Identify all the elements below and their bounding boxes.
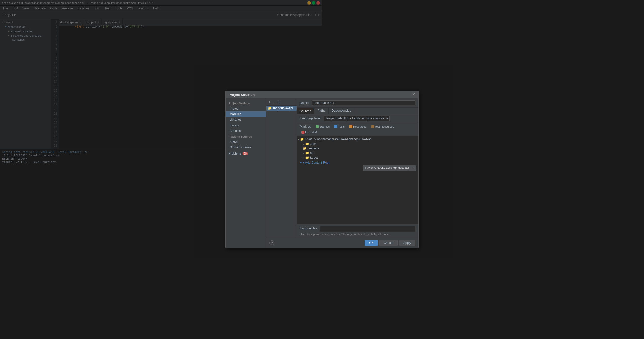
platform-settings-section: Platform Settings (226, 134, 266, 139)
src-arrow-icon: ▸ (303, 152, 304, 155)
mark-sources-label: Sources (319, 125, 322, 128)
src-label: src (310, 151, 314, 155)
root-folder-icon: 📁 (300, 137, 304, 141)
modal-body: Project Settings Project Modules Librari… (226, 98, 322, 170)
target-folder-icon: 📁 (305, 156, 309, 159)
mark-as-row: Mark as: Sources Tests Res (297, 123, 322, 136)
idea-label: .idea (310, 142, 317, 146)
nav-item-modules[interactable]: Modules (226, 111, 266, 117)
add-content-root-container: + + Add Content Root F:\work\...\tuoke-a… (297, 160, 322, 165)
idea-arrow-icon: ▸ (303, 143, 304, 145)
modal-right-content: + − ⊕ 📁 shop-tuoke-api (266, 98, 322, 170)
add-content-root-label: + Add Content Root (303, 161, 322, 164)
nav-item-problems[interactable]: Problems 89 (226, 150, 266, 156)
mark-excluded-button[interactable]: Excluded (300, 130, 318, 134)
file-tree-settings[interactable]: 📁 .settings (297, 146, 322, 151)
mark-as-label: Mark as: (300, 125, 312, 128)
module-name-input[interactable] (312, 100, 322, 105)
src-folder-icon: 📁 (305, 151, 309, 155)
root-arrow-icon: ▾ (298, 138, 299, 141)
problems-count-badge: 89 (243, 152, 248, 155)
file-tree-area[interactable]: ▾ 📁 F:\work\jiangnanfengran\tuoke-api\sh… (297, 136, 322, 170)
name-field-label: Name: (300, 101, 310, 105)
modal-title: Project Structure (229, 93, 255, 97)
add-content-root-button[interactable]: + + Add Content Root (297, 160, 322, 165)
modal-nav: Project Settings Project Modules Librari… (226, 98, 266, 170)
project-settings-section: Project Settings (226, 100, 266, 106)
module-detail-pane: Name: Sources Paths De (297, 98, 322, 170)
mark-sources-button[interactable]: Sources (314, 125, 322, 129)
excluded-color-icon (301, 131, 304, 134)
nav-item-libraries[interactable]: Libraries (226, 117, 266, 122)
language-level-label: Language level: (300, 117, 321, 120)
module-list-pane: + − ⊕ 📁 shop-tuoke-api (266, 98, 297, 170)
modal-header: Project Structure ✕ (226, 91, 322, 98)
target-arrow-icon: ▸ (303, 156, 304, 159)
modal-overlay: Project Structure ✕ Project Settings Pro… (0, 0, 322, 170)
name-row: Name: (297, 98, 322, 108)
tab-sources[interactable]: Sources (297, 108, 314, 114)
nav-item-global-libraries[interactable]: Global Libraries (226, 145, 266, 150)
settings-label: .settings (308, 147, 319, 150)
file-tree-root[interactable]: ▾ 📁 F:\work\jiangnanfengran\tuoke-api\sh… (297, 137, 322, 142)
file-tree-target[interactable]: ▸ 📁 target (297, 155, 322, 160)
file-tree-idea[interactable]: ▸ 📁 .idea (297, 142, 322, 146)
target-label: target (310, 156, 318, 159)
copy-module-button[interactable]: ⊕ (276, 99, 282, 104)
add-icon: + (300, 161, 302, 164)
tab-paths[interactable]: Paths (314, 108, 322, 114)
root-folder-path: F:\work\jiangnanfengran\tuoke-api\shop-t… (305, 137, 322, 141)
remove-module-button[interactable]: − (272, 99, 276, 104)
module-tabs: Sources Paths Dependencies (297, 108, 322, 114)
module-name: shop-tuoke-api (273, 106, 293, 110)
language-level-row: Language level: Project default (8 - Lam… (297, 114, 322, 123)
nav-item-project[interactable]: Project (226, 106, 266, 111)
sources-color-icon (316, 125, 319, 128)
tab-sources-label: Sources (300, 109, 311, 113)
nav-item-sdks[interactable]: SDKs (226, 139, 266, 145)
module-list: 📁 shop-tuoke-api (266, 106, 297, 111)
file-tree-src[interactable]: ▸ 📁 src (297, 151, 322, 155)
module-nav-toolbar: + − ⊕ (266, 98, 297, 106)
project-structure-dialog: Project Structure ✕ Project Settings Pro… (225, 91, 322, 170)
module-item-shop-tuoke-api[interactable]: 📁 shop-tuoke-api (266, 106, 297, 111)
settings-folder-icon: 📁 (303, 147, 307, 150)
add-module-button[interactable]: + (267, 99, 271, 104)
module-folder-icon: 📁 (268, 106, 272, 110)
idea-folder-icon: 📁 (305, 142, 309, 146)
nav-item-facets[interactable]: Facets (226, 122, 266, 128)
nav-item-artifacts[interactable]: Artifacts (226, 128, 266, 134)
problems-label: Problems (229, 152, 242, 155)
split-pane: + − ⊕ 📁 shop-tuoke-api (266, 98, 322, 170)
mark-excluded-label: Excluded (305, 131, 317, 134)
tab-paths-label: Paths (317, 109, 322, 112)
